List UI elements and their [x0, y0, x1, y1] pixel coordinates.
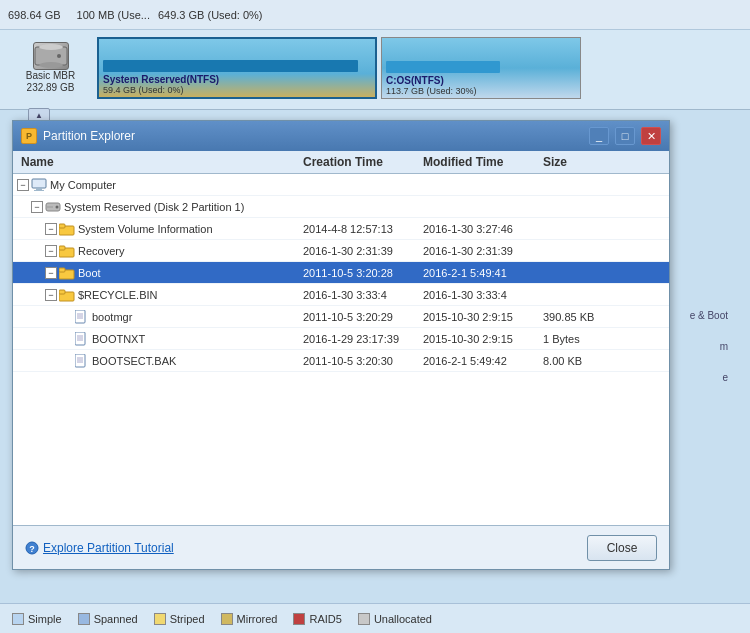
row-label: bootmgr: [92, 311, 132, 323]
row-creation-time: 2011-10-5 3:20:28: [303, 267, 423, 279]
info-icon: ?: [25, 541, 39, 555]
svg-rect-13: [59, 246, 65, 250]
legend-mirrored: Mirrored: [221, 613, 278, 625]
legend-striped: Striped: [154, 613, 205, 625]
expand-button[interactable]: −: [45, 245, 57, 257]
row-modified-time: 2015-10-30 2:9:15: [423, 333, 543, 345]
file-icon: [73, 353, 89, 369]
row-label: My Computer: [50, 179, 116, 191]
svg-point-8: [56, 205, 59, 208]
row-modified-time: 2016-2-1 5:49:41: [423, 267, 543, 279]
svg-rect-6: [34, 190, 44, 191]
legend-spanned: Spanned: [78, 613, 138, 625]
svg-rect-11: [59, 224, 65, 228]
table-row[interactable]: − My Computer: [13, 174, 669, 196]
legend-box-simple: [12, 613, 24, 625]
partition-cos-detail: 113.7 GB (Used: 30%): [386, 86, 576, 96]
modal-footer: ? Explore Partition Tutorial Close: [13, 525, 669, 569]
explore-link-text: Explore Partition Tutorial: [43, 541, 174, 555]
side-label-e: e: [690, 372, 728, 383]
svg-rect-15: [59, 268, 65, 272]
header-creation: Creation Time: [303, 155, 423, 169]
folder-icon: [59, 243, 75, 259]
modal-titlebar[interactable]: P Partition Explorer _ □ ✕: [13, 121, 669, 151]
row-modified-time: 2016-1-30 3:33:4: [423, 289, 543, 301]
legend-unallocated: Unallocated: [358, 613, 432, 625]
expand-button[interactable]: −: [31, 201, 43, 213]
table-row[interactable]: − $RECYCLE.BIN2016-1-30 3:33:42016-1-30 …: [13, 284, 669, 306]
disk-visual-row: Basic MBR232.89 GB System Reserved(NTFS)…: [0, 30, 750, 105]
row-size: 8.00 KB: [543, 355, 643, 367]
folder-icon: [59, 287, 75, 303]
computer-icon: [31, 177, 47, 193]
svg-rect-4: [32, 179, 46, 188]
modal-title: Partition Explorer: [43, 129, 583, 143]
minimize-button[interactable]: _: [589, 127, 609, 145]
table-row[interactable]: − Recovery2016-1-30 2:31:392016-1-30 2:3…: [13, 240, 669, 262]
disk-bar-label2: 649.3 GB (Used: 0%): [158, 9, 263, 21]
row-label: System Volume Information: [78, 223, 213, 235]
header-name: Name: [13, 155, 303, 169]
partition-cos-name: C:OS(NTFS): [386, 75, 576, 86]
folder-icon: [59, 221, 75, 237]
row-creation-time: 2011-10-5 3:20:29: [303, 311, 423, 323]
side-label-eboot: e & Boot: [690, 310, 728, 321]
maximize-button[interactable]: □: [615, 127, 635, 145]
table-row[interactable]: − Boot2011-10-5 3:20:282016-2-1 5:49:41: [13, 262, 669, 284]
legend-box-raid5: [293, 613, 305, 625]
legend-raid5-label: RAID5: [309, 613, 341, 625]
svg-point-2: [39, 44, 63, 50]
table-row[interactable]: BOOTNXT2016-1-29 23:17:392015-10-30 2:9:…: [13, 328, 669, 350]
explore-tutorial-link[interactable]: ? Explore Partition Tutorial: [25, 541, 174, 555]
side-labels: e & Boot m e: [690, 310, 728, 383]
disk-info-row: 698.64 GB 100 MB (Use... 649.3 GB (Used:…: [0, 0, 750, 30]
expand-button[interactable]: −: [45, 267, 57, 279]
file-icon: [73, 331, 89, 347]
table-header: Name Creation Time Modified Time Size: [13, 151, 669, 174]
modal-icon: P: [21, 128, 37, 144]
row-creation-time: 2014-4-8 12:57:13: [303, 223, 423, 235]
partition-fill-bar: [103, 60, 358, 72]
partition-name-label: System Reserved(NTFS): [103, 74, 371, 85]
row-label: System Reserved (Disk 2 Partition 1): [64, 201, 244, 213]
svg-point-1: [39, 62, 63, 68]
legend-spanned-label: Spanned: [94, 613, 138, 625]
svg-rect-17: [59, 290, 65, 294]
row-creation-time: 2011-10-5 3:20:30: [303, 355, 423, 367]
expand-button[interactable]: −: [45, 289, 57, 301]
disk-bar-label1: 100 MB (Use...: [77, 9, 150, 21]
expand-button[interactable]: −: [17, 179, 29, 191]
partition-explorer-modal: P Partition Explorer _ □ ✕ Name Creation…: [12, 120, 670, 570]
close-button[interactable]: Close: [587, 535, 657, 561]
legend-box-unallocated: [358, 613, 370, 625]
table-row[interactable]: − System Volume Information2014-4-8 12:5…: [13, 218, 669, 240]
table-row[interactable]: BOOTSECT.BAK2011-10-5 3:20:302016-2-1 5:…: [13, 350, 669, 372]
table-row[interactable]: bootmgr2011-10-5 3:20:292015-10-30 2:9:1…: [13, 306, 669, 328]
row-modified-time: 2016-2-1 5:49:42: [423, 355, 543, 367]
row-creation-time: 2016-1-29 23:17:39: [303, 333, 423, 345]
side-label-m: m: [690, 341, 728, 352]
partition-detail-label: 59.4 GB (Used: 0%): [103, 85, 371, 95]
partition-cos: C:OS(NTFS) 113.7 GB (Used: 30%): [381, 37, 581, 99]
legend-box-mirrored: [221, 613, 233, 625]
row-modified-time: 2016-1-30 3:27:46: [423, 223, 543, 235]
row-size: 1 Bytes: [543, 333, 643, 345]
svg-point-3: [57, 54, 61, 58]
table-row[interactable]: − System Reserved (Disk 2 Partition 1): [13, 196, 669, 218]
modal-close-x-button[interactable]: ✕: [641, 127, 661, 145]
row-label: $RECYCLE.BIN: [78, 289, 157, 301]
legend-striped-label: Striped: [170, 613, 205, 625]
table-body[interactable]: − My Computer− System Reserved (Disk 2 P…: [13, 174, 669, 525]
hdd-icon: [45, 199, 61, 215]
row-label: BOOTSECT.BAK: [92, 355, 176, 367]
folder-icon: [59, 265, 75, 281]
svg-rect-5: [36, 188, 42, 190]
legend-bar: Simple Spanned Striped Mirrored RAID5 Un…: [0, 603, 750, 633]
disk-basic-label: Basic MBR232.89 GB: [26, 70, 75, 94]
expand-button[interactable]: −: [45, 223, 57, 235]
disk-icon: [33, 42, 69, 70]
file-icon: [73, 309, 89, 325]
legend-unallocated-label: Unallocated: [374, 613, 432, 625]
legend-box-spanned: [78, 613, 90, 625]
disk-icon-label: Basic MBR232.89 GB: [8, 42, 93, 94]
